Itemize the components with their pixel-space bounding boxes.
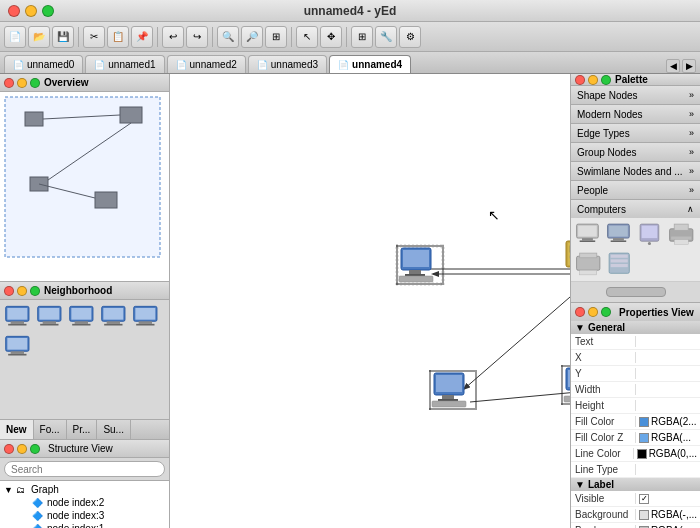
tab-next-button[interactable]: ▶ <box>682 59 696 73</box>
nb-computer-5 <box>132 304 162 332</box>
neighborhood-min[interactable] <box>17 286 27 296</box>
palette-header-edge[interactable]: Edge Types » <box>571 124 700 142</box>
palette-printer-2[interactable] <box>575 251 603 277</box>
prop-row-background: Background RGBA(-,... <box>571 507 700 523</box>
bottom-tab-new[interactable]: New <box>0 420 34 439</box>
structure-bar: Structure View <box>0 440 169 458</box>
node-n0[interactable] <box>395 244 445 288</box>
palette-header-modern[interactable]: Modern Nodes » <box>571 105 700 123</box>
prop-key-fillcolor: Fill Color <box>571 416 636 427</box>
node-n2[interactable] <box>428 369 478 413</box>
palette-header-computers[interactable]: Computers ∧ <box>571 200 700 218</box>
title-bar: unnamed4 - yEd <box>0 0 700 22</box>
palette-min[interactable] <box>588 75 598 85</box>
search-input[interactable] <box>4 461 165 477</box>
bottom-tab-su[interactable]: Su... <box>97 420 131 439</box>
props-min[interactable] <box>588 307 598 317</box>
color-box-linecolor[interactable] <box>637 449 647 459</box>
center-canvas[interactable]: ↖ <box>170 74 570 528</box>
svg-rect-30 <box>409 270 421 274</box>
svg-rect-7 <box>39 308 59 320</box>
overview-close[interactable] <box>4 78 14 88</box>
toolbar-properties[interactable]: 🔧 <box>375 26 397 48</box>
tab-unnamed2[interactable]: 📄 unnamed2 <box>167 55 246 73</box>
tab-label-unnamed0: unnamed0 <box>27 59 74 70</box>
palette-scrollbar[interactable] <box>606 287 666 297</box>
toolbar-settings[interactable]: ⚙ <box>399 26 421 48</box>
toolbar-zoom-fit[interactable]: ⊞ <box>265 26 287 48</box>
svg-rect-73 <box>674 240 688 245</box>
svg-rect-15 <box>103 308 123 320</box>
maximize-button[interactable] <box>42 5 54 17</box>
color-box-background[interactable] <box>639 510 649 520</box>
toolbar-copy[interactable]: 📋 <box>107 26 129 48</box>
props-close[interactable] <box>575 307 585 317</box>
tab-prev-button[interactable]: ◀ <box>666 59 680 73</box>
color-box-fillcolor2[interactable] <box>639 433 649 443</box>
neighborhood-max[interactable] <box>30 286 40 296</box>
toolbar-zoom-in[interactable]: 🔍 <box>217 26 239 48</box>
tab-unnamed4[interactable]: 📄 unnamed4 <box>329 55 411 73</box>
svg-rect-1 <box>11 321 24 324</box>
minimize-button[interactable] <box>25 5 37 17</box>
palette-server-1[interactable] <box>606 251 634 277</box>
close-button[interactable] <box>8 5 20 17</box>
palette-header-group[interactable]: Group Nodes » <box>571 143 700 161</box>
toolbar-undo[interactable]: ↩ <box>162 26 184 48</box>
structure-min[interactable] <box>17 444 27 454</box>
palette-printer-1[interactable] <box>668 222 696 248</box>
tree-item-node1[interactable]: 🔷 node index:1 <box>0 522 169 528</box>
palette-section-swimlane-label: Swimlane Nodes and ... <box>577 166 683 177</box>
toolbar-move[interactable]: ✥ <box>320 26 342 48</box>
tree-item-graph[interactable]: ▼ 🗂 Graph <box>0 483 169 496</box>
neighborhood-content <box>0 300 169 366</box>
color-box-fillcolor[interactable] <box>639 417 649 427</box>
node-n1[interactable] <box>560 239 570 286</box>
tab-unnamed1[interactable]: 📄 unnamed1 <box>85 55 164 73</box>
palette-computer-1[interactable] <box>575 222 603 248</box>
svg-rect-10 <box>72 324 90 326</box>
svg-rect-31 <box>405 274 425 276</box>
svg-rect-46 <box>436 375 462 392</box>
prop-section-label-arrow: ▼ <box>575 479 585 490</box>
toolbar-select[interactable]: ↖ <box>296 26 318 48</box>
toolbar-layout[interactable]: ⊞ <box>351 26 373 48</box>
overview-min[interactable] <box>17 78 27 88</box>
palette-max[interactable] <box>601 75 611 85</box>
toolbar-paste[interactable]: 📌 <box>131 26 153 48</box>
palette-header-swimlane[interactable]: Swimlane Nodes and ... » <box>571 162 700 180</box>
structure-max[interactable] <box>30 444 40 454</box>
toolbar-save[interactable]: 💾 <box>52 26 74 48</box>
toolbar-zoom-out[interactable]: 🔎 <box>241 26 263 48</box>
palette-header-shape[interactable]: Shape Nodes » <box>571 86 700 104</box>
tab-unnamed3[interactable]: 📄 unnamed3 <box>248 55 327 73</box>
tab-unnamed0[interactable]: 📄 unnamed0 <box>4 55 83 73</box>
palette-arrow-swimlane: » <box>689 166 694 176</box>
toolbar-redo[interactable]: ↪ <box>186 26 208 48</box>
toolbar-open[interactable]: 📂 <box>28 26 50 48</box>
toolbar-cut[interactable]: ✂ <box>83 26 105 48</box>
palette-computer-2[interactable] <box>606 222 634 248</box>
palette-close[interactable] <box>575 75 585 85</box>
overview-max[interactable] <box>30 78 40 88</box>
node-n3[interactable] <box>560 364 570 408</box>
neighborhood-close[interactable] <box>4 286 14 296</box>
tree-item-node2[interactable]: 🔷 node index:2 <box>0 496 169 509</box>
svg-point-69 <box>648 242 651 245</box>
bottom-tab-fo[interactable]: Fo... <box>34 420 67 439</box>
prop-value-linecolor: RGBA(0,... <box>634 448 700 459</box>
props-max[interactable] <box>601 307 611 317</box>
toolbar-new[interactable]: 📄 <box>4 26 26 48</box>
palette-computer-3[interactable] <box>637 222 665 248</box>
bottom-tab-pr[interactable]: Pr... <box>67 420 98 439</box>
search-bar <box>0 458 169 481</box>
tree-view: ▼ 🗂 Graph 🔷 node index:2 🔷 node index:3 <box>0 481 169 528</box>
properties-title-label: Properties View <box>619 307 694 318</box>
toolbar: 📄 📂 💾 ✂ 📋 📌 ↩ ↪ 🔍 🔎 ⊞ ↖ ✥ ⊞ 🔧 ⚙ <box>0 22 700 52</box>
prop-checkbox-visible[interactable]: ✓ <box>639 494 649 504</box>
tab-label-unnamed4: unnamed4 <box>352 59 402 70</box>
structure-close[interactable] <box>4 444 14 454</box>
tab-icon-unnamed4: 📄 <box>338 60 349 70</box>
palette-header-people[interactable]: People » <box>571 181 700 199</box>
tree-item-node3[interactable]: 🔷 node index:3 <box>0 509 169 522</box>
